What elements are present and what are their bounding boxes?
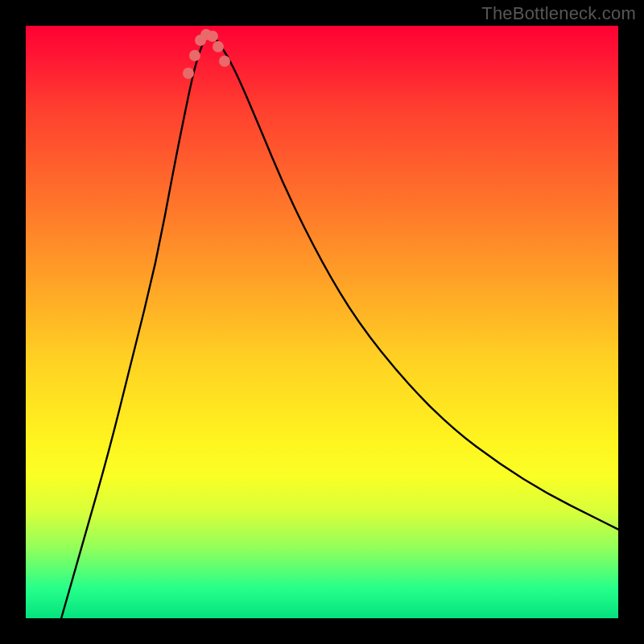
chart-svg — [26, 26, 618, 618]
highlight-dot — [189, 50, 200, 61]
watermark-text: TheBottleneck.com — [481, 3, 636, 24]
highlight-dot — [183, 68, 194, 79]
chart-plot-area — [26, 26, 618, 618]
highlight-dot — [219, 56, 230, 67]
bottleneck-curve — [61, 35, 618, 618]
highlight-dot — [213, 41, 224, 52]
